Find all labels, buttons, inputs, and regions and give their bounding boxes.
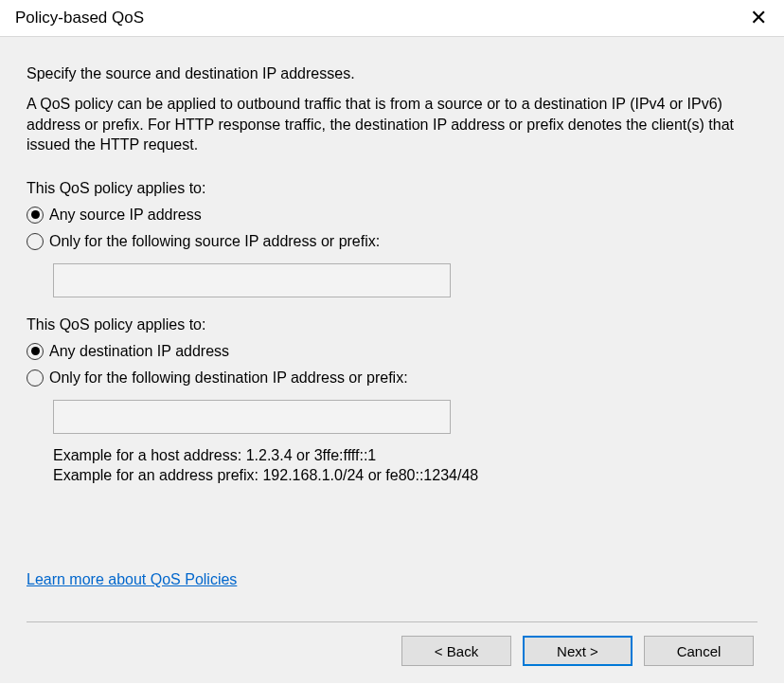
titlebar: Policy-based QoS ✕ [0,0,784,37]
dest-any-label: Any destination IP address [49,343,229,360]
dest-group-label: This QoS policy applies to: [27,316,757,333]
dest-specific-label: Only for the following destination IP ad… [49,369,408,387]
wizard-footer: < Back Next > Cancel [27,604,757,666]
example-prefix-text: Example for an address prefix: 192.168.1… [53,465,757,486]
cancel-button[interactable]: Cancel [644,636,754,666]
source-group-label: This QoS policy applies to: [27,180,757,197]
dest-ip-input[interactable] [53,400,451,434]
radio-icon [27,207,44,224]
radio-icon [27,343,44,360]
example-host-text: Example for a host address: 1.2.3.4 or 3… [53,445,757,466]
page-heading: Specify the source and destination IP ad… [27,65,757,82]
button-row: < Back Next > Cancel [27,636,757,666]
source-any-label: Any source IP address [49,207,202,224]
next-button[interactable]: Next > [523,636,633,666]
radio-icon [27,233,44,250]
window-title: Policy-based QoS [15,9,144,27]
wizard-content: Specify the source and destination IP ad… [0,37,784,683]
dest-specific-radio-row[interactable]: Only for the following destination IP ad… [27,369,757,387]
source-specific-radio-row[interactable]: Only for the following source IP address… [27,233,757,250]
back-button[interactable]: < Back [401,636,511,666]
source-ip-input[interactable] [53,263,451,297]
close-icon[interactable]: ✕ [742,6,775,30]
examples-block: Example for a host address: 1.2.3.4 or 3… [53,445,757,486]
source-specific-label: Only for the following source IP address… [49,233,380,250]
radio-icon [27,369,44,387]
footer-separator [27,621,757,622]
page-description: A QoS policy can be applied to outbound … [27,94,756,155]
source-any-radio-row[interactable]: Any source IP address [27,207,757,224]
learn-more-link[interactable]: Learn more about QoS Policies [27,571,237,587]
dest-any-radio-row[interactable]: Any destination IP address [27,343,757,360]
